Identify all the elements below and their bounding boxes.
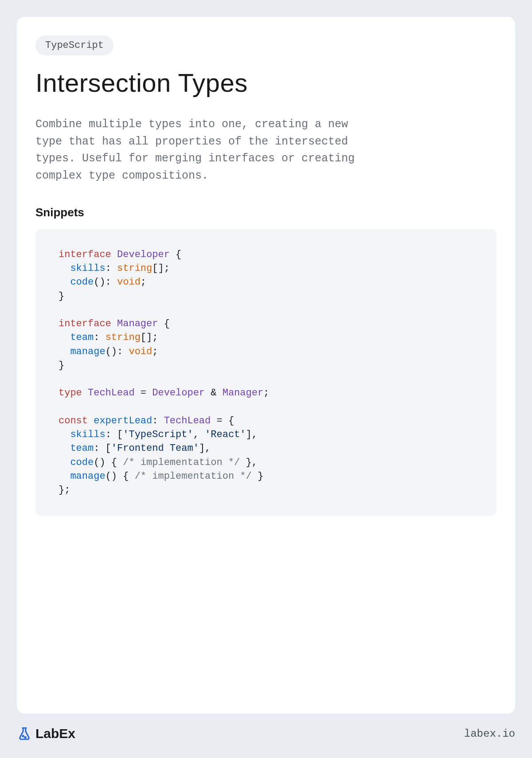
site-url: labex.io <box>464 728 515 740</box>
brand-logo: LabEx <box>17 726 75 741</box>
svg-point-1 <box>25 737 26 738</box>
snippets-heading: Snippets <box>35 206 497 219</box>
flask-icon <box>17 726 32 741</box>
footer: LabEx labex.io <box>17 714 515 741</box>
content-card: TypeScript Intersection Types Combine mu… <box>17 17 515 714</box>
svg-point-0 <box>23 736 23 737</box>
description-text: Combine multiple types into one, creatin… <box>35 116 381 184</box>
page-title: Intersection Types <box>35 68 497 98</box>
brand-name: LabEx <box>35 726 75 741</box>
language-badge: TypeScript <box>35 35 113 55</box>
code-snippet: interface Developer { skills: string[]; … <box>35 229 497 516</box>
